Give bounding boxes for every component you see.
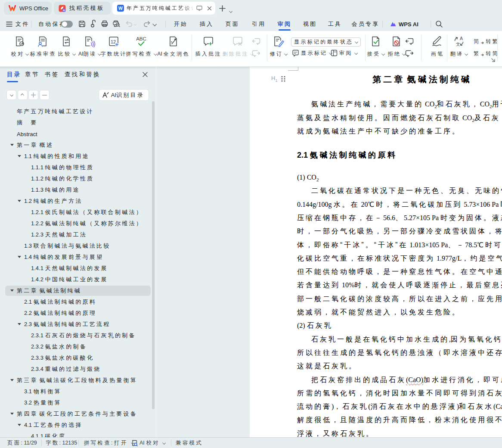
tab-docer-templates[interactable]: AI 找稻壳模板 <box>54 2 111 15</box>
sidebar-tab-toc[interactable]: 目录 <box>7 67 22 82</box>
brush-button[interactable]: 画笔 <box>429 34 446 64</box>
toc-item[interactable]: Abstract <box>0 128 156 140</box>
toc-item[interactable]: 年产五万吨纯碱工艺设计 <box>0 106 156 117</box>
simplified-to-traditional-button[interactable]: 简 转繁 <box>474 37 499 46</box>
toc-item[interactable]: 4.1 工艺条件的选择 <box>0 420 156 431</box>
next-change-icon[interactable] <box>405 49 414 58</box>
toc-item[interactable]: 1.4.2 中国纯碱工业的发展 <box>0 274 156 285</box>
toc-item[interactable]: 2.3.3 氨盐水的碳酸化 <box>0 352 156 364</box>
sidebar-tab-bookmarks[interactable]: 书签 <box>45 67 59 82</box>
toc-item[interactable]: 1.1.1 纯碱的物理性质 <box>0 162 156 173</box>
screen-share-icon[interactable] <box>196 6 202 11</box>
save-icon[interactable] <box>78 20 86 28</box>
export-pdf-icon[interactable] <box>90 20 97 28</box>
toc-collapse-arrow-icon[interactable] <box>10 289 14 292</box>
document-page[interactable]: H1 第二章 氨碱法制纯碱氨碱法生产纯碱，需要大量的 CO2和石灰乳，CO2用于… <box>250 67 502 437</box>
toc-item[interactable]: 2.3.1 石灰石的煅烧与石灰乳的制备 <box>0 330 156 341</box>
toc-item[interactable]: 3.1 物料衡算 <box>0 386 156 397</box>
toc-collapse-arrow-icon[interactable] <box>10 379 14 382</box>
toc-collapse-arrow-icon[interactable] <box>18 323 21 326</box>
tab-wps-office[interactable]: WPS Office <box>4 2 52 15</box>
toc-collapse-arrow-icon[interactable] <box>18 199 21 203</box>
review-panes-button[interactable]: 审阅 <box>331 49 357 57</box>
markup-state-combobox[interactable]: 显示标记的最终状态 <box>291 37 361 47</box>
autosave-toggle[interactable] <box>61 21 73 28</box>
toc-item[interactable]: 第四章 碳化工段的工艺条件与主要设备 <box>0 408 156 420</box>
traditional-to-simplified-button[interactable]: 繁 转简 <box>474 49 499 58</box>
track-changes-button[interactable]: 修订 <box>270 34 288 64</box>
sidebar-close-icon[interactable] <box>142 72 148 78</box>
close-tab-icon[interactable] <box>207 6 212 11</box>
sidebar-tab-find-replace[interactable]: 查找和替换 <box>65 67 101 82</box>
menu-home[interactable]: 开始 <box>175 17 186 31</box>
reject-button[interactable]: 拒绝 <box>387 34 406 64</box>
wps-ai-label[interactable]: WPS AI <box>399 17 418 31</box>
toc-item[interactable]: 1.2.3 天然碱加工法 <box>0 229 156 240</box>
hamburger-menu-icon[interactable] <box>6 17 12 31</box>
menu-view[interactable]: 视图 <box>304 17 316 31</box>
ai-polish-button[interactable]: AI 全文润色 <box>157 34 190 64</box>
toc-item[interactable]: 1.2.2 氨碱法制纯碱（又称苏尔维法） <box>0 218 156 229</box>
toc-item[interactable]: 3.2 热量衡算 <box>0 397 156 408</box>
standard-review-button[interactable]: 标准审查 <box>31 34 55 64</box>
toc-item[interactable]: 2.3.2 氨盐水的制备 <box>0 341 156 352</box>
print-icon[interactable] <box>101 20 108 28</box>
new-tab-button[interactable] <box>219 5 226 12</box>
sidebar-tab-chapters[interactable]: 章节 <box>25 67 40 82</box>
toc-item[interactable]: 2.2 氨碱法制纯碱的原理 <box>0 308 156 319</box>
ai-proofread-indicator[interactable]: AI 校对 <box>132 438 165 448</box>
ai-recognize-toc-button[interactable]: AI识别目录 <box>99 89 149 101</box>
spell-check-indicator[interactable]: 拼写检查: 打开 <box>84 438 134 448</box>
menu-review[interactable]: 审阅 <box>279 17 290 31</box>
toc-item[interactable]: 2.3.4 重碱的过滤与煅烧 <box>0 364 156 375</box>
tab-document-active[interactable]: W 年产五万吨纯碱工艺设计 计算 <box>112 2 215 15</box>
undo-chevron-icon[interactable] <box>133 17 136 31</box>
menu-page[interactable]: 页面 <box>227 17 238 31</box>
compare-button[interactable]: 比较 <box>57 34 77 64</box>
previous-change-icon[interactable] <box>405 37 414 46</box>
toc-item[interactable]: 2.1 氨碱法制纯碱的原料 <box>0 296 156 308</box>
toc-item[interactable]: 1.4 纯碱的发展前景与展望 <box>0 252 156 263</box>
toc-collapse-all-button[interactable] <box>40 90 50 100</box>
redo-icon[interactable] <box>143 20 151 27</box>
toc-item[interactable]: 1.1.2 纯碱的化学性质 <box>0 173 156 184</box>
menu-insert[interactable]: 插入 <box>201 17 212 31</box>
toc-item[interactable]: 4.1.1 碳化度 <box>0 431 156 437</box>
menu-member[interactable]: 会员专享 <box>354 17 377 31</box>
toc-expand-down-button[interactable] <box>6 90 16 100</box>
page-indicator[interactable]: 页面: 11/29 <box>7 438 37 448</box>
toc-collapse-up-button[interactable] <box>18 90 28 100</box>
ai-read-aloud-button[interactable]: AI朗读 <box>78 34 101 64</box>
toc-item[interactable]: 摘 要 <box>0 117 156 128</box>
word-count-button[interactable]: 12 字数统计 <box>102 34 125 64</box>
proofread-button[interactable]: 校对 <box>10 34 29 64</box>
toc-item[interactable]: 第三章 氨碱法碳化工段物料及热量衡算 <box>0 375 156 386</box>
search-icon[interactable] <box>435 17 443 31</box>
print-preview-icon[interactable] <box>112 20 121 28</box>
toc-item[interactable]: 第一章 概述 <box>0 140 156 151</box>
toc-item[interactable]: 1.3 联合制碱法与氨碱法比较 <box>0 240 156 252</box>
toc-item[interactable]: 1.4.1 天然碱制碱法的发展 <box>0 263 156 274</box>
toc-expand-all-button[interactable] <box>28 90 38 100</box>
toc-collapse-arrow-icon[interactable] <box>18 423 21 427</box>
toc-item[interactable]: 1.1 纯碱的性质和用途 <box>0 151 156 162</box>
toc-collapse-arrow-icon[interactable] <box>18 155 21 158</box>
insert-comment-button[interactable]: 插入批注 <box>196 34 220 64</box>
expand-panel-icon[interactable] <box>490 57 496 63</box>
menu-tools[interactable]: 工具 <box>329 17 341 31</box>
show-markup-button[interactable]: 显示标记 <box>292 49 332 57</box>
wps-ai-logo-icon[interactable] <box>390 17 397 31</box>
toc-item[interactable]: 第二章 氨碱法制纯碱 <box>0 285 156 296</box>
toc-item[interactable]: 1.1.3 纯碱的用途 <box>0 184 156 196</box>
toc-item[interactable]: 2.3 氨碱法制纯碱的工艺流程 <box>0 319 156 330</box>
toc-item[interactable]: 1.2 纯碱的生产方法 <box>0 196 156 207</box>
spell-check-button[interactable]: ABC 拼写检查 <box>127 34 155 64</box>
toc-collapse-arrow-icon[interactable] <box>10 412 14 416</box>
tab-list-chevron-icon[interactable] <box>229 7 232 15</box>
toc-item[interactable]: 1.2.1 侯氏制碱法（又称联合制碱法） <box>0 207 156 218</box>
menu-file[interactable]: 文件 <box>15 17 30 31</box>
accept-button[interactable]: 接受 <box>367 34 385 64</box>
word-count-indicator[interactable]: 字数: 12135 <box>46 438 77 448</box>
quick-toolbar-chevron-icon[interactable] <box>153 17 156 31</box>
toc-collapse-arrow-icon[interactable] <box>10 143 14 147</box>
